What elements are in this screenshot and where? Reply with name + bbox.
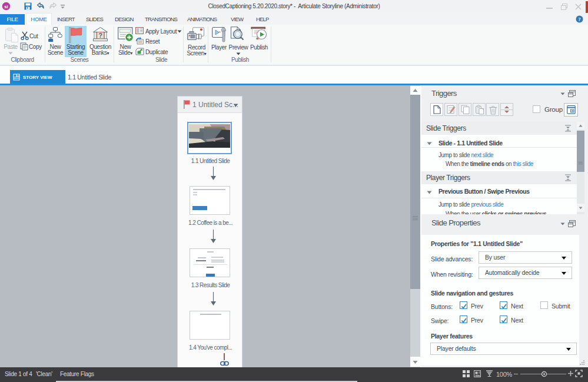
svg-text:?: ? bbox=[98, 32, 102, 39]
svg-text:?: ? bbox=[578, 16, 581, 22]
